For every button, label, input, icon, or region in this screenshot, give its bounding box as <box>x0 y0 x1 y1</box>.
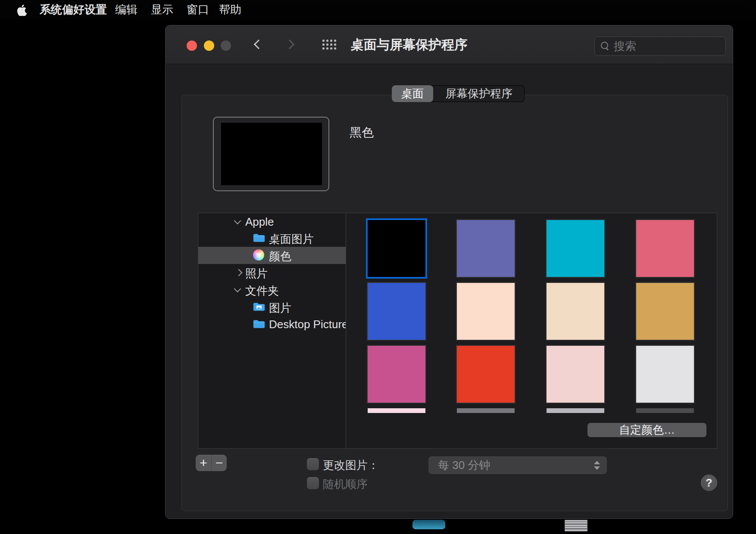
disclosure-right-icon[interactable] <box>235 269 243 276</box>
random-order-checkbox[interactable] <box>307 477 319 489</box>
menu-view[interactable]: 显示 <box>151 0 173 19</box>
dock-minimized-window-teal[interactable] <box>412 520 445 529</box>
interval-dropdown[interactable]: 每 30 分钟 <box>428 456 607 474</box>
partial-swatch-4[interactable] <box>636 408 694 413</box>
color-swatch-red[interactable] <box>457 346 515 403</box>
color-swatch-coral[interactable] <box>636 220 694 277</box>
disclosure-down-icon[interactable] <box>234 217 241 224</box>
color-swatch-cream[interactable] <box>547 283 604 340</box>
color-wheel-icon <box>253 249 265 261</box>
menu-help[interactable]: 帮助 <box>219 0 241 19</box>
add-folder-button[interactable]: + <box>196 455 211 471</box>
color-swatch-cyan[interactable] <box>547 220 604 277</box>
tab-screensaver[interactable]: 屏幕保护程序 <box>433 85 525 102</box>
sidebar-item-pictures[interactable]: 图片 <box>198 298 346 316</box>
tab-bar: 桌面 屏幕保护程序 <box>392 85 525 102</box>
disclosure-down-icon[interactable] <box>234 285 241 292</box>
help-button[interactable]: ? <box>701 475 717 491</box>
partial-swatch-1[interactable] <box>368 408 425 413</box>
preview-label: 黑色 <box>350 124 374 141</box>
chevron-right-icon <box>285 40 295 50</box>
color-swatch-white[interactable] <box>636 346 694 403</box>
sidebar-group-photos[interactable]: 照片 <box>198 264 346 281</box>
desktop-preview-thumbnail <box>213 117 329 191</box>
menu-edit[interactable]: 编辑 <box>115 0 137 19</box>
change-picture-label: 更改图片： <box>323 458 379 473</box>
dock-minimized-document[interactable] <box>565 520 587 531</box>
stepper-arrows-icon <box>594 461 600 470</box>
forward-button[interactable] <box>285 38 298 51</box>
custom-color-button[interactable]: 自定颜色… <box>587 423 706 437</box>
color-swatch-pink[interactable] <box>547 346 604 403</box>
partial-swatch-3[interactable] <box>547 408 604 413</box>
desktop: 系统偏好设置 编辑 显示 窗口 帮助 桌面与屏幕保护程序 搜索 桌面 屏幕保护程… <box>0 0 756 534</box>
minimize-button[interactable] <box>204 40 214 51</box>
folder-icon <box>253 232 265 243</box>
zoom-button-disabled <box>221 40 231 51</box>
interval-value: 每 30 分钟 <box>438 458 594 473</box>
chevron-left-icon <box>254 40 264 50</box>
change-picture-checkbox[interactable] <box>307 458 319 470</box>
show-all-grid-icon[interactable] <box>322 40 336 50</box>
remove-folder-button[interactable]: − <box>211 455 227 471</box>
color-swatch-peach[interactable] <box>457 283 515 340</box>
sidebar-group-folders[interactable]: 文件夹 <box>198 281 346 298</box>
search-placeholder: 搜索 <box>614 39 636 54</box>
folder-icon <box>253 318 265 329</box>
add-remove-segmented-control: + − <box>196 455 227 471</box>
menu-app-name[interactable]: 系统偏好设置 <box>40 0 107 19</box>
preview-screen-black <box>221 123 322 185</box>
tab-desktop[interactable]: 桌面 <box>392 85 433 102</box>
preferences-window: 桌面与屏幕保护程序 搜索 桌面 屏幕保护程序 黑色 Apple <box>165 25 733 519</box>
close-button[interactable] <box>187 40 197 51</box>
menu-window[interactable]: 窗口 <box>187 0 209 19</box>
menu-bar: 系统偏好设置 编辑 显示 窗口 帮助 <box>0 0 756 19</box>
folder-image-icon <box>253 301 265 312</box>
partial-swatch-2[interactable] <box>457 408 515 413</box>
back-button[interactable] <box>252 38 265 51</box>
apple-menu-icon[interactable] <box>17 4 27 16</box>
color-swatch-magenta[interactable] <box>368 346 425 403</box>
sidebar-item-desktop-pictures[interactable]: 桌面图片 <box>198 230 346 247</box>
sidebar-item-colors-selected[interactable]: 颜色 <box>198 247 346 264</box>
search-input[interactable]: 搜索 <box>594 37 726 56</box>
window-title: 桌面与屏幕保护程序 <box>351 25 467 64</box>
random-order-label: 随机顺序 <box>323 477 368 492</box>
color-swatch-black-selected[interactable] <box>368 220 425 277</box>
color-swatch-gold[interactable] <box>636 283 694 340</box>
sidebar-item-desktop-pictures-folder[interactable]: Desktop Pictures <box>198 316 346 333</box>
window-toolbar: 桌面与屏幕保护程序 搜索 <box>166 25 733 64</box>
search-icon <box>601 42 609 50</box>
color-swatch-blue[interactable] <box>368 283 425 340</box>
source-list: Apple 桌面图片 颜色 照片 <box>198 213 346 448</box>
sidebar-group-apple[interactable]: Apple <box>198 213 346 230</box>
color-swatch-purple[interactable] <box>457 220 515 277</box>
